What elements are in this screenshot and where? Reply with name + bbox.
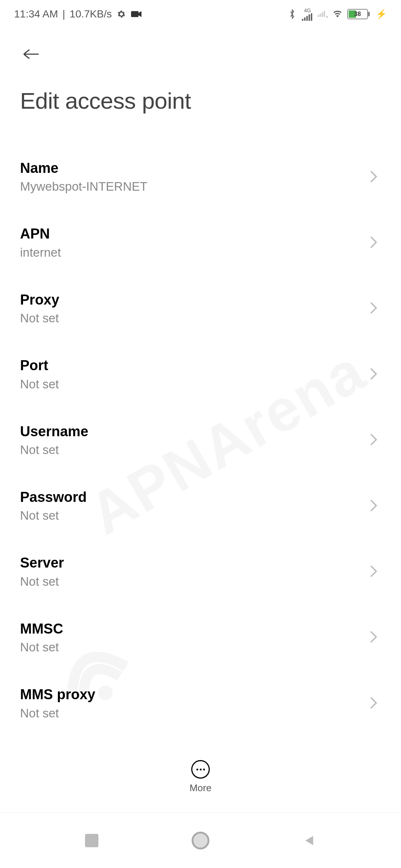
svg-rect-9 (322, 12, 323, 17)
setting-label: Port (20, 356, 366, 375)
setting-mms-proxy[interactable]: MMS proxy Not set (0, 670, 401, 736)
system-nav-bar (0, 812, 401, 868)
chevron-right-icon (366, 301, 381, 315)
setting-value: Not set (20, 311, 366, 325)
setting-value: Mywebspot-INTERNET (20, 180, 366, 194)
setting-value: Not set (20, 509, 366, 523)
signal-nosim-icon: ✕ (317, 9, 328, 19)
more-button[interactable]: More (189, 760, 211, 794)
svg-rect-4 (306, 16, 308, 21)
svg-rect-2 (302, 19, 303, 21)
setting-label: MMS proxy (20, 685, 366, 704)
charging-icon: ⚡ (376, 9, 387, 19)
chevron-right-icon (366, 630, 381, 644)
setting-value: Not set (20, 706, 366, 720)
svg-rect-1 (131, 11, 138, 17)
setting-value: Not set (20, 575, 366, 589)
setting-label: Proxy (20, 291, 366, 309)
chevron-right-icon (366, 565, 381, 578)
more-icon (191, 760, 210, 779)
nav-back-button[interactable] (298, 829, 320, 852)
svg-rect-8 (320, 14, 321, 17)
setting-value: Not set (20, 640, 366, 654)
chevron-right-icon (366, 696, 381, 710)
svg-rect-10 (324, 11, 325, 17)
svg-rect-5 (309, 14, 310, 21)
chevron-right-icon (366, 170, 381, 183)
more-label: More (189, 782, 211, 794)
nav-home-button[interactable] (189, 829, 212, 852)
battery-indicator: 38 (347, 9, 370, 19)
chevron-right-icon (366, 236, 381, 249)
status-right: 4G ✕ 38 ⚡ (287, 7, 387, 21)
camera-icon (131, 9, 141, 19)
setting-port[interactable]: Port Not set (0, 341, 401, 407)
circle-icon (192, 832, 209, 849)
nav-recents-button[interactable] (81, 829, 103, 852)
triangle-back-icon (301, 833, 317, 848)
setting-label: Password (20, 488, 366, 506)
chevron-right-icon (366, 433, 381, 446)
svg-rect-7 (317, 15, 319, 17)
setting-value: internet (20, 246, 366, 260)
setting-proxy[interactable]: Proxy Not set (0, 275, 401, 341)
setting-label: APN (20, 225, 366, 243)
setting-username[interactable]: Username Not set (0, 407, 401, 473)
back-button[interactable] (20, 43, 42, 65)
setting-apn[interactable]: APN internet (0, 209, 401, 275)
setting-value: Not set (20, 443, 366, 457)
status-speed: 10.7KB/s (70, 8, 112, 20)
chevron-right-icon (366, 367, 381, 381)
gear-icon (116, 9, 127, 19)
bottom-action-bar: More (0, 749, 401, 805)
setting-name[interactable]: Name Mywebspot-INTERNET (0, 144, 401, 209)
header: Edit access point (0, 24, 401, 118)
setting-value: Not set (20, 377, 366, 391)
chevron-right-icon (366, 499, 381, 512)
page-title: Edit access point (20, 88, 381, 114)
setting-label: Username (20, 423, 366, 441)
setting-mmsc[interactable]: MMSC Not set (0, 604, 401, 670)
square-icon (85, 834, 98, 847)
setting-password[interactable]: Password Not set (0, 473, 401, 538)
status-bar: 11:34 AM | 10.7KB/s 4G ✕ 38 (0, 0, 401, 24)
wifi-icon (332, 9, 343, 19)
status-left: 11:34 AM | 10.7KB/s (14, 8, 141, 20)
settings-list: Name Mywebspot-INTERNET APN internet Pro… (0, 118, 401, 736)
status-time: 11:34 AM (14, 8, 58, 20)
svg-rect-3 (304, 17, 306, 21)
svg-rect-6 (311, 13, 312, 21)
bluetooth-icon (287, 9, 297, 19)
svg-text:✕: ✕ (326, 15, 328, 19)
setting-label: MMSC (20, 620, 366, 638)
signal-4g-icon: 4G (302, 7, 313, 21)
status-divider: | (62, 8, 65, 20)
setting-server[interactable]: Server Not set (0, 538, 401, 604)
setting-label: Name (20, 159, 366, 177)
setting-label: Server (20, 554, 366, 572)
